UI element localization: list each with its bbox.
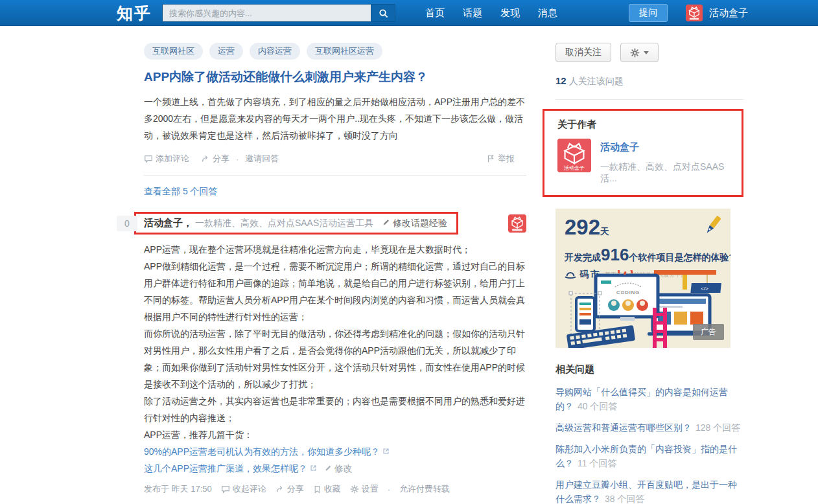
nav-discover[interactable]: 发现 (500, 7, 520, 19)
gear-icon (350, 485, 359, 494)
dot-separator: · (388, 485, 390, 494)
zhihu-page: 知乎 首页 话题 发现 消息 提问 活动盒子 (0, 0, 818, 504)
related-question-link[interactable]: 用户建立豆瓣小组、开百度贴吧，是出于一种什么需求？ (555, 479, 737, 504)
dot-separator: · (236, 154, 239, 164)
recommended-article-link-1[interactable]: 90%的APP运营老司机认为有效的方法，你知道多少种呢？ (144, 446, 380, 457)
user-menu[interactable]: 活动盒子 (686, 5, 748, 21)
related-question-item: 用户建立豆瓣小组、开百度贴吧，是出于一种什么需求？38 个回答 (555, 477, 741, 504)
vote-count[interactable]: 0 (117, 216, 137, 231)
add-comment-action[interactable]: 添加评论 (144, 153, 189, 165)
topic-tag[interactable]: 运营 (209, 43, 243, 60)
user-avatar-icon (686, 5, 703, 21)
ad-days-text: 292天 (565, 216, 721, 242)
search-input[interactable] (162, 4, 371, 22)
nav-messages[interactable]: 消息 (538, 7, 557, 19)
annotation-box-about-author: 关于作者 活动盒子 活动盒子 一款精准、高效、点对点SAAS活... (543, 109, 743, 197)
top-navbar: 知乎 首页 话题 发现 消息 提问 活动盒子 (0, 0, 818, 26)
about-author-heading: 关于作者 (557, 119, 731, 131)
followers-count: 12人关注该问题 (555, 75, 743, 87)
topic-tag[interactable]: 互联网社区 (144, 43, 203, 60)
gear-icon (630, 48, 640, 58)
answer-meta: 发布于 昨天 17:50 收起评论 分享 收藏 (144, 483, 526, 495)
answer-count: 40 个回答 (578, 401, 617, 411)
answer-author-name[interactable]: 活动盒子， (144, 217, 193, 228)
topic-tags: 互联网社区 运营 内容运营 互联网社区运营 (144, 43, 526, 60)
edit-link[interactable]: 修改 (325, 463, 353, 474)
related-question-link[interactable]: 高级运营和普通运营有哪些区别？ (555, 422, 692, 433)
divider (555, 99, 743, 100)
author-bio: 一款精准、高效、点对点SAAS活... (600, 161, 731, 185)
invite-answer-action[interactable]: 邀请回答 (245, 153, 279, 165)
settings-action[interactable]: 设置 (350, 483, 379, 495)
favorite-action[interactable]: 收藏 (313, 483, 341, 495)
pencil-icon (382, 218, 390, 226)
search-button[interactable] (371, 4, 395, 22)
related-question-item: 陈彤加入小米所负责的「内容投资」指的是什么？11 个回答 (555, 442, 741, 470)
answer-text: APP运营，现在整个运营环境就是往精准化运营方向走，毕竟现在是大数据时代； AP… (144, 241, 526, 477)
search-icon (379, 8, 388, 18)
publish-time: 发布于 昨天 17:50 (144, 483, 212, 495)
pencil-icon (325, 464, 332, 472)
author-avatar[interactable]: 活动盒子 (557, 139, 591, 172)
search-bar (162, 4, 395, 22)
topic-tag[interactable]: 互联网社区运营 (307, 43, 382, 60)
edit-topic-link[interactable]: 修改话题经验 (382, 218, 447, 228)
pen-icon (699, 214, 724, 240)
answer-count: 11 个回答 (578, 458, 616, 468)
svg-text:CODING: CODING (616, 290, 640, 295)
share-answer-action[interactable]: 分享 (275, 483, 304, 495)
answer-count: 38 个回答 (605, 494, 644, 504)
related-question-item: 高级运营和普通运营有哪些区别？128 个回答 (555, 420, 741, 435)
report-action[interactable]: 举报 (486, 153, 515, 165)
sidebar: 取消关注 12人关注该问题 关于作者 活动盒子 活动盒子 一款精准、高效、点对点… (555, 43, 743, 504)
recommended-article-link-2[interactable]: 这几个APP运营推广渠道，效果怎样呢？ (144, 463, 307, 474)
answer-count: 128 个回答 (695, 422, 740, 433)
username-label: 活动盒子 (709, 7, 748, 19)
share-action[interactable]: 分享 (201, 153, 229, 165)
question-description: 一个频道上线，首先做了内容填充，到了相应的量之后开始做相应活动，APP注册用户总… (144, 93, 526, 144)
paid-repost-label: 允许付费转载 (399, 483, 450, 495)
answer-author-bio: 一款精准、高效、点对点SAAS活动运营工具 (195, 218, 373, 228)
question-settings-button[interactable] (620, 43, 659, 62)
ad-badge: 广告 (693, 324, 724, 340)
zhihu-logo[interactable]: 知乎 (117, 3, 152, 24)
topic-tag[interactable]: 内容运营 (250, 43, 300, 60)
author-name-link[interactable]: 活动盒子 (600, 141, 731, 154)
question-actions: 添加评论 分享 · 邀请回答 举报 (144, 153, 526, 165)
related-questions-heading: 相关问题 (555, 363, 741, 376)
nav-topics[interactable]: 话题 (463, 7, 482, 19)
answer-author-avatar[interactable] (508, 214, 526, 233)
comment-icon (144, 154, 153, 163)
question-title[interactable]: APP内除了做活动还能做什么刺激用户来产生内容？ (144, 69, 526, 86)
flag-icon (486, 154, 495, 163)
bookmark-icon (313, 485, 321, 494)
share-icon (201, 154, 210, 163)
nav-home[interactable]: 首页 (425, 7, 445, 19)
primary-nav: 首页 话题 发现 消息 (416, 7, 567, 19)
unfollow-button[interactable]: 取消关注 (555, 43, 611, 62)
answer-block: 0 活动盒子， 一款精准、高效、点对点SAAS活动运营工具 修改话题经验 (117, 212, 526, 504)
related-question-item: 导购网站「什么值得买」的内容是如何运营的？40 个回答 (555, 385, 741, 413)
related-questions: 相关问题 导购网站「什么值得买」的内容是如何运营的？40 个回答 高级运营和普通… (555, 363, 741, 504)
view-all-answers-link[interactable]: 查看全部 5 个回答 (144, 186, 218, 198)
divider (144, 175, 526, 176)
external-link-icon (382, 448, 390, 455)
chevron-down-icon (644, 51, 649, 54)
svg-text:活动盒子: 活动盒子 (564, 165, 585, 171)
share-icon (275, 485, 285, 494)
comment-icon (221, 485, 230, 494)
advertisement[interactable]: 292天 开发完成916个软件项目是怎样的体验? 码市 基于云技术的软件外包服务… (555, 209, 730, 348)
ask-question-button[interactable]: 提问 (629, 4, 668, 22)
collapse-comments-action[interactable]: 收起评论 (221, 483, 266, 495)
svg-text:</>: </> (701, 286, 708, 292)
annotation-box-answer-header: 活动盒子， 一款精准、高效、点对点SAAS活动运营工具 修改话题经验 (134, 212, 458, 235)
question-column: 互联网社区 运营 内容运营 互联网社区运营 APP内除了做活动还能做什么刺激用户… (117, 43, 526, 504)
external-link-icon (310, 464, 317, 472)
ad-headline: 开发完成916个软件项目是怎样的体验? (565, 245, 721, 265)
